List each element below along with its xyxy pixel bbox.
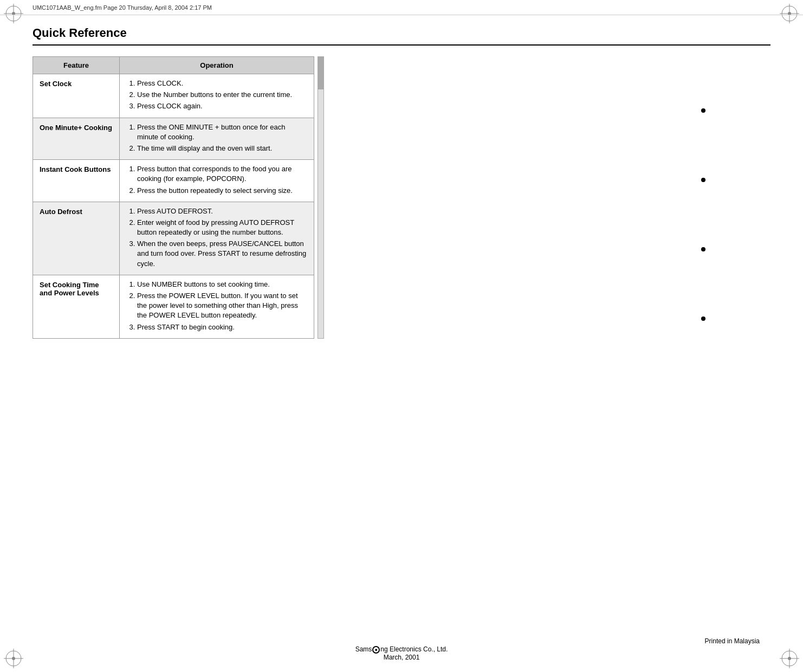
side-dot-2 xyxy=(701,178,705,182)
header-bar: UMC1071AAB_W_eng.fm Page 20 Thursday, Ap… xyxy=(0,0,803,15)
title-divider xyxy=(33,44,770,46)
feature-cell-4: Set Cooking Time and Power Levels xyxy=(33,275,120,338)
side-dot-1 xyxy=(701,108,705,113)
operation-list-2: Press button that corresponds to the foo… xyxy=(126,164,307,196)
operation-item-4-0: Use NUMBER buttons to set cooking time. xyxy=(137,280,307,289)
operation-list-4: Use NUMBER buttons to set cooking time.P… xyxy=(126,280,307,332)
company-name-prefix: Sams xyxy=(355,645,372,653)
footer-company: Sams●ng Electronics Co., Ltd. xyxy=(0,645,803,654)
page-container: UMC1071AAB_W_eng.fm Page 20 Thursday, Ap… xyxy=(0,0,803,672)
table-row: One Minute+ CookingPress the ONE MINUTE … xyxy=(33,118,314,160)
operation-cell-1: Press the ONE MINUTE + button once for e… xyxy=(120,118,314,160)
operation-item-1-1: The time will display and the oven will … xyxy=(137,144,307,153)
operation-item-0-1: Use the Number buttons to enter the curr… xyxy=(137,90,307,100)
feature-cell-3: Auto Defrost xyxy=(33,202,120,275)
operation-item-4-2: Press START to begin cooking. xyxy=(137,322,307,332)
table-wrapper: Feature Operation Set ClockPress CLOCK.U… xyxy=(33,56,314,339)
col-header-operation: Operation xyxy=(120,57,314,74)
table-row: Set ClockPress CLOCK.Use the Number butt… xyxy=(33,74,314,118)
operation-item-2-0: Press button that corresponds to the foo… xyxy=(137,164,307,184)
operation-cell-2: Press button that corresponds to the foo… xyxy=(120,160,314,202)
scroll-thumb xyxy=(318,57,323,89)
printed-label: Printed in Malaysia xyxy=(705,637,760,645)
table-row: Auto DefrostPress AUTO DEFROST.Enter wei… xyxy=(33,202,314,275)
scrollbar[interactable] xyxy=(318,56,324,339)
operation-item-2-1: Press the button repeatedly to select se… xyxy=(137,186,307,196)
footer: Sams●ng Electronics Co., Ltd. March, 200… xyxy=(0,645,803,661)
operation-cell-0: Press CLOCK.Use the Number buttons to en… xyxy=(120,74,314,118)
feature-cell-0: Set Clock xyxy=(33,74,120,118)
operation-list-3: Press AUTO DEFROST.Enter weight of food … xyxy=(126,206,307,269)
feature-cell-2: Instant Cook Buttons xyxy=(33,160,120,202)
operation-item-3-0: Press AUTO DEFROST. xyxy=(137,206,307,216)
col-header-feature: Feature xyxy=(33,57,120,74)
operation-item-1-0: Press the ONE MINUTE + button once for e… xyxy=(137,122,307,142)
footer-date: March, 2001 xyxy=(0,654,803,661)
operation-list-1: Press the ONE MINUTE + button once for e… xyxy=(126,122,307,154)
operation-item-4-1: Press the POWER LEVEL button. If you wan… xyxy=(137,291,307,321)
header-filename: UMC1071AAB_W_eng.fm Page 20 Thursday, Ap… xyxy=(33,4,212,11)
side-dot-3 xyxy=(701,247,705,251)
side-dots xyxy=(701,108,705,386)
table-row: Instant Cook ButtonsPress button that co… xyxy=(33,160,314,202)
page-title: Quick Reference xyxy=(33,26,770,40)
operation-list-0: Press CLOCK.Use the Number buttons to en… xyxy=(126,79,307,112)
company-name-suffix: ng Electronics Co., Ltd. xyxy=(380,645,448,653)
operation-cell-3: Press AUTO DEFROST.Enter weight of food … xyxy=(120,202,314,275)
table-row: Set Cooking Time and Power LevelsUse NUM… xyxy=(33,275,314,338)
reference-table: Feature Operation Set ClockPress CLOCK.U… xyxy=(33,56,314,339)
operation-item-0-0: Press CLOCK. xyxy=(137,79,307,88)
operation-item-3-2: When the oven beeps, press PAUSE/CANCEL … xyxy=(137,239,307,269)
table-header-row: Feature Operation xyxy=(33,57,314,74)
company-logo-dot: ● xyxy=(372,646,380,654)
side-dot-4 xyxy=(701,316,705,321)
footer-right: Printed in Malaysia xyxy=(705,637,760,645)
operation-item-3-1: Enter weight of food by pressing AUTO DE… xyxy=(137,218,307,237)
main-content: Quick Reference Feature Operation Set Cl… xyxy=(33,15,770,639)
operation-cell-4: Use NUMBER buttons to set cooking time.P… xyxy=(120,275,314,338)
feature-cell-1: One Minute+ Cooking xyxy=(33,118,120,160)
operation-item-0-2: Press CLOCK again. xyxy=(137,101,307,111)
